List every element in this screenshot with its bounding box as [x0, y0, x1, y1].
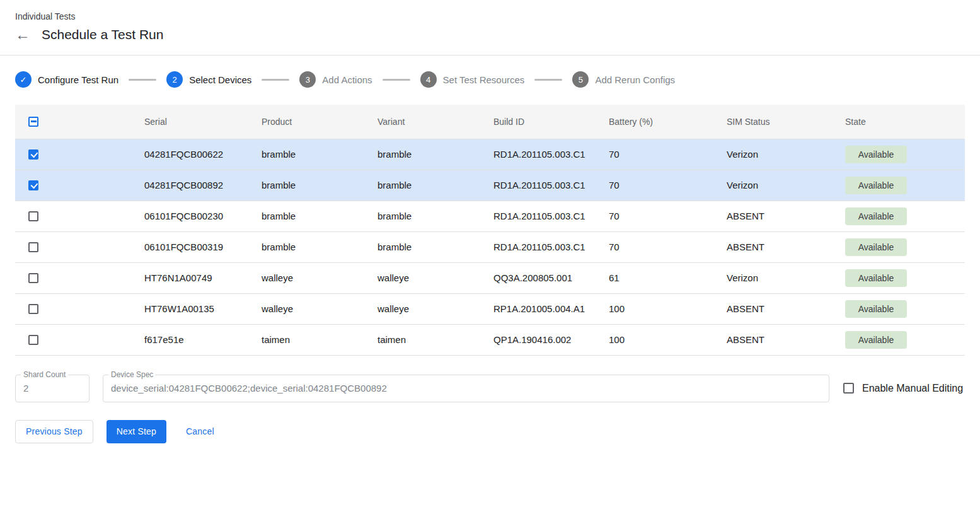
cell-serial: 06101FQCB00230: [129, 201, 246, 231]
cell-serial: HT76N1A00749: [129, 262, 246, 293]
cell-state: Available: [830, 231, 965, 262]
column-header-product: Product: [246, 105, 362, 139]
cell-variant: taimen: [362, 324, 478, 355]
next-step-button[interactable]: Next Step: [107, 420, 166, 443]
enable-manual-editing-control[interactable]: Enable Manual Editing: [843, 383, 963, 394]
device-row[interactable]: 04281FQCB00622bramblebrambleRD1A.201105.…: [15, 139, 965, 170]
shard-count-input[interactable]: [16, 375, 89, 402]
device-spec-section: Shard Count Device Spec Enable Manual Ed…: [15, 375, 965, 402]
cell-serial: f617e51e: [129, 324, 246, 355]
cell-battery: 70: [594, 201, 712, 231]
device-row[interactable]: 04281FQCB00892bramblebrambleRD1A.201105.…: [15, 170, 965, 201]
shard-count-field: Shard Count: [15, 375, 89, 402]
device-table-container: Serial Product Variant Build ID Battery …: [15, 105, 965, 356]
row-checkbox[interactable]: [28, 149, 38, 160]
cell-state: Available: [830, 170, 965, 201]
column-header-sim-status: SIM Status: [712, 105, 830, 139]
stepper-step-configure-test-run[interactable]: ✓ Configure Test Run: [15, 71, 118, 88]
stepper: ✓ Configure Test Run 2 Select Devices 3 …: [0, 71, 980, 88]
cell-product: bramble: [246, 201, 362, 231]
cell-variant: walleye: [362, 293, 478, 324]
cell-serial: 06101FQCB00319: [129, 231, 246, 262]
cell-battery: 61: [594, 262, 712, 293]
cell-sim-status: Verizon: [712, 139, 830, 170]
cell-variant: bramble: [362, 139, 478, 170]
row-checkbox-cell: [15, 324, 129, 355]
cell-sim-status: ABSENT: [712, 324, 830, 355]
shard-count-label: Shard Count: [21, 370, 68, 379]
cell-battery: 70: [594, 231, 712, 262]
step-number-circle: 2: [166, 71, 183, 88]
state-badge: Available: [845, 146, 907, 163]
row-checkbox[interactable]: [28, 180, 38, 190]
footer-actions: Previous Step Next Step Cancel: [15, 420, 965, 443]
state-badge: Available: [845, 207, 907, 225]
step-check-glyph: ✓: [20, 75, 27, 85]
state-badge: Available: [845, 269, 907, 287]
cell-sim-status: ABSENT: [712, 231, 830, 262]
state-badge: Available: [845, 331, 907, 349]
stepper-connector: [129, 79, 156, 81]
stepper-step-set-test-resources[interactable]: 4 Set Test Resources: [420, 71, 525, 88]
row-checkbox-cell: [15, 139, 129, 170]
column-header-serial: Serial: [129, 105, 246, 139]
cancel-button[interactable]: Cancel: [180, 420, 221, 443]
step-label: Add Actions: [322, 74, 372, 85]
step-label: Configure Test Run: [38, 74, 118, 85]
row-checkbox[interactable]: [28, 242, 38, 252]
stepper-step-add-rerun-configs[interactable]: 5 Add Rerun Configs: [572, 71, 675, 88]
step-label: Add Rerun Configs: [595, 74, 675, 85]
breadcrumb[interactable]: Individual Tests: [15, 11, 965, 21]
device-row[interactable]: 06101FQCB00319bramblebrambleRD1A.201105.…: [15, 231, 965, 262]
column-header-battery: Battery (%): [594, 105, 712, 139]
device-row[interactable]: 06101FQCB00230bramblebrambleRD1A.201105.…: [15, 201, 965, 231]
cell-variant: bramble: [362, 231, 478, 262]
cell-state: Available: [830, 262, 965, 293]
check-icon: ✓: [15, 71, 32, 88]
back-arrow-icon[interactable]: ←: [15, 27, 30, 42]
row-checkbox-cell: [15, 201, 129, 231]
cell-variant: bramble: [362, 170, 478, 201]
row-checkbox-cell: [15, 293, 129, 324]
device-spec-input[interactable]: [103, 375, 829, 402]
cell-sim-status: ABSENT: [712, 293, 830, 324]
row-checkbox-cell: [15, 231, 129, 262]
state-badge: Available: [845, 177, 907, 194]
table-header-row: Serial Product Variant Build ID Battery …: [15, 105, 965, 139]
column-header-build-id: Build ID: [478, 105, 594, 139]
previous-step-button[interactable]: Previous Step: [15, 420, 93, 443]
cell-state: Available: [830, 139, 965, 170]
cell-build-id: QP1A.190416.002: [478, 324, 594, 355]
cell-product: taimen: [246, 324, 362, 355]
device-row[interactable]: HT76W1A00135walleyewalleyeRP1A.201005.00…: [15, 293, 965, 324]
row-checkbox-cell: [15, 170, 129, 201]
cell-battery: 100: [594, 293, 712, 324]
device-table: Serial Product Variant Build ID Battery …: [15, 105, 965, 356]
cell-product: walleye: [246, 262, 362, 293]
cell-state: Available: [830, 293, 965, 324]
enable-manual-editing-checkbox[interactable]: [843, 383, 854, 394]
column-header-state: State: [830, 105, 965, 139]
device-row[interactable]: HT76N1A00749walleyewalleyeQQ3A.200805.00…: [15, 262, 965, 293]
cell-product: bramble: [246, 170, 362, 201]
stepper-step-add-actions[interactable]: 3 Add Actions: [299, 71, 372, 88]
cell-product: bramble: [246, 139, 362, 170]
row-checkbox[interactable]: [28, 304, 38, 314]
row-checkbox[interactable]: [28, 335, 38, 345]
state-badge: Available: [845, 300, 907, 318]
row-checkbox[interactable]: [28, 211, 38, 221]
step-number-circle: 3: [299, 71, 316, 88]
cell-battery: 70: [594, 170, 712, 201]
enable-manual-editing-label: Enable Manual Editing: [862, 383, 963, 394]
step-label: Set Test Resources: [443, 74, 525, 85]
cell-state: Available: [830, 201, 965, 231]
cell-build-id: RD1A.201105.003.C1: [478, 201, 594, 231]
select-all-checkbox[interactable]: [28, 117, 38, 127]
step-number-circle: 5: [572, 71, 589, 88]
row-checkbox[interactable]: [28, 273, 38, 283]
device-row[interactable]: f617e51etaimentaimenQP1A.190416.002100AB…: [15, 324, 965, 355]
stepper-step-select-devices[interactable]: 2 Select Devices: [166, 71, 251, 88]
cell-build-id: RD1A.201105.003.C1: [478, 231, 594, 262]
cell-variant: bramble: [362, 201, 478, 231]
cell-serial: 04281FQCB00892: [129, 170, 246, 201]
